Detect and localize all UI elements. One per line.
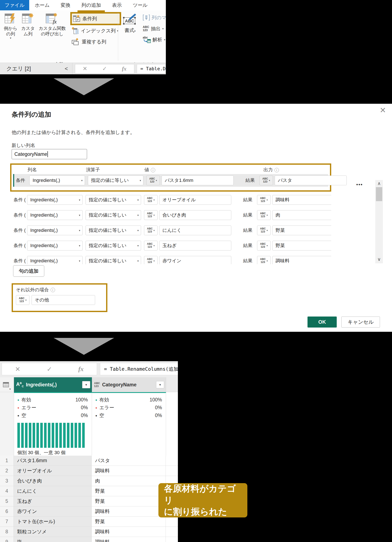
value-input[interactable]: 合いびき肉 bbox=[159, 210, 231, 220]
column-header-ingredients[interactable]: ABC Ingredients(,) ▼ bbox=[14, 377, 92, 392]
conditions-scrollbar[interactable]: ∧ ∨ bbox=[375, 180, 383, 263]
row-number[interactable]: 9 bbox=[0, 537, 14, 542]
formula-input[interactable]: = Table.RenameColumns(追加された条件列, bbox=[100, 363, 178, 375]
category-cell[interactable]: パスタ bbox=[92, 456, 166, 466]
ok-button[interactable]: OK bbox=[307, 316, 337, 328]
value-input[interactable]: オリーブオイル bbox=[159, 195, 231, 205]
output-type-dropdown[interactable]: ABC123▾ bbox=[257, 226, 271, 235]
category-cell[interactable]: 調味料 bbox=[92, 527, 166, 537]
row-number[interactable]: 2 bbox=[0, 466, 14, 476]
value-type-dropdown[interactable]: ABC123▾ bbox=[144, 226, 158, 235]
output-type-dropdown[interactable]: ABC123▾ bbox=[257, 241, 271, 250]
row-number[interactable]: 8 bbox=[0, 527, 14, 537]
output-input[interactable]: 調味料 bbox=[272, 195, 331, 205]
condition-row[interactable]: 条件 (... Ingredients(,)▾ 指定の値に等しい▾ ABC123… bbox=[12, 224, 331, 237]
column-select[interactable]: Ingredients(,)▾ bbox=[27, 256, 83, 264]
value-type-dropdown[interactable]: ABC123▾ bbox=[144, 210, 158, 220]
parse-button[interactable]: abc 解析 ▾ bbox=[142, 34, 166, 45]
row-number[interactable]: 6 bbox=[0, 506, 14, 517]
duplicate-column-button[interactable]: 重複する列 bbox=[70, 36, 121, 47]
tab-home[interactable]: ホーム bbox=[29, 0, 55, 10]
row-number[interactable]: 4 bbox=[0, 486, 14, 496]
add-clause-button[interactable]: 句の追加 bbox=[13, 265, 44, 277]
value-input[interactable]: 玉ねぎ bbox=[159, 241, 231, 250]
scrollbar-thumb[interactable] bbox=[376, 187, 382, 201]
column-select[interactable]: Ingredients(,)▾ bbox=[27, 210, 83, 220]
value-type-dropdown[interactable]: ABC123▾ bbox=[144, 241, 158, 250]
output-type-dropdown[interactable]: ABC123▾ bbox=[257, 210, 271, 220]
operator-select[interactable]: 指定の値に等しい▾ bbox=[86, 195, 141, 205]
ingredient-cell[interactable]: 玉ねぎ bbox=[14, 496, 92, 506]
row-number[interactable]: 7 bbox=[0, 517, 14, 527]
ingredient-cell[interactable]: 赤ワイン bbox=[14, 506, 92, 517]
output-input[interactable]: パスタ bbox=[275, 175, 347, 185]
tab-add-column[interactable]: 列の追加 bbox=[76, 0, 107, 10]
column-select[interactable]: Ingredients(,)▾ bbox=[29, 175, 85, 185]
conditional-column-button[interactable]: ≠ 条件列 bbox=[70, 12, 121, 25]
ingredient-cell[interactable]: にんにく bbox=[14, 486, 92, 496]
tab-tools[interactable]: ツール bbox=[127, 0, 153, 10]
category-cell[interactable]: 調味料 bbox=[92, 466, 166, 476]
column-select[interactable]: Ingredients(,)▾ bbox=[27, 226, 83, 235]
tab-transform[interactable]: 変換 bbox=[55, 0, 76, 10]
formula-input[interactable]: = Table.D bbox=[137, 64, 166, 73]
value-input[interactable]: にんにく bbox=[159, 226, 231, 235]
output-input[interactable]: 野菜 bbox=[272, 241, 331, 250]
else-type-dropdown[interactable]: ABC123▾ bbox=[16, 295, 29, 305]
condition-row[interactable]: 条件 (... Ingredients(,)▾ 指定の値に等しい▾ ABC123… bbox=[12, 239, 331, 252]
check-formula-icon[interactable]: ✓ bbox=[47, 365, 52, 373]
output-input[interactable]: 野菜 bbox=[272, 226, 331, 235]
ingredient-cell[interactable]: オリーブオイル bbox=[14, 466, 92, 476]
ingredient-cell[interactable]: パスタ1.6mm bbox=[14, 456, 92, 466]
output-type-dropdown[interactable]: ABC123▾ bbox=[257, 256, 271, 264]
close-icon[interactable]: ✕ bbox=[380, 106, 386, 115]
condition-row-selected[interactable]: 条件 Ingredients(,)▾ 指定の値に等しい▾ ABC123▾ パスタ… bbox=[13, 174, 328, 187]
output-input[interactable]: 調味料 bbox=[272, 256, 331, 264]
column-select[interactable]: Ingredients(,)▾ bbox=[27, 241, 83, 250]
custom-column-button[interactable]: カスタ ム列 bbox=[20, 12, 36, 37]
value-input[interactable]: パスタ1.6mm bbox=[162, 175, 234, 185]
ingredient-cell[interactable]: トマト缶(ホール) bbox=[14, 517, 92, 527]
output-input[interactable]: 肉 bbox=[272, 210, 331, 220]
fx-icon[interactable]: fx bbox=[78, 365, 84, 373]
row-number[interactable]: 5 bbox=[0, 496, 14, 506]
category-cell[interactable]: 調味料 bbox=[92, 506, 166, 517]
column-header-categoryname[interactable]: ABC123 CategoryName ▼ bbox=[92, 377, 166, 392]
value-input[interactable]: 赤ワイン bbox=[159, 256, 231, 264]
cancel-formula-icon[interactable]: ✕ bbox=[83, 65, 87, 72]
value-type-dropdown[interactable]: ABC123▾ bbox=[144, 195, 158, 205]
check-formula-icon[interactable]: ✓ bbox=[102, 65, 107, 72]
ingredient-cell[interactable]: 合いびき肉 bbox=[14, 476, 92, 486]
output-type-dropdown[interactable]: ABC123▾ bbox=[259, 175, 273, 185]
category-cell[interactable]: 調味料 bbox=[92, 537, 166, 542]
filter-dropdown-icon[interactable]: ▼ bbox=[82, 381, 90, 388]
row-options-icon[interactable]: ••• bbox=[356, 182, 363, 188]
row-number[interactable]: 3 bbox=[0, 476, 14, 486]
cancel-button[interactable]: キャンセル bbox=[341, 316, 380, 328]
category-cell[interactable]: 野菜 bbox=[92, 486, 166, 496]
tab-file[interactable]: ファイル bbox=[0, 0, 29, 10]
column-from-examples-button[interactable]: 例から の列 ▾ bbox=[3, 12, 19, 40]
condition-row[interactable]: 条件 (... Ingredients(,)▾ 指定の値に等しい▾ ABC123… bbox=[12, 255, 331, 264]
category-cell[interactable]: 肉 bbox=[92, 476, 166, 486]
value-type-dropdown[interactable]: ABC123▾ bbox=[144, 256, 158, 264]
cancel-formula-icon[interactable]: ✕ bbox=[15, 365, 20, 373]
ingredient-cell[interactable]: 顆粒コンソメ bbox=[14, 527, 92, 537]
format-button[interactable]: ABC 書式▾ bbox=[120, 13, 140, 33]
operator-select[interactable]: 指定の値に等しい▾ bbox=[86, 241, 141, 250]
select-all-button[interactable]: ▾ bbox=[0, 377, 14, 392]
operator-select[interactable]: 指定の値に等しい▾ bbox=[86, 210, 141, 220]
scroll-down-icon[interactable]: ∨ bbox=[377, 256, 381, 263]
column-select[interactable]: Ingredients(,)▾ bbox=[27, 195, 83, 205]
index-column-button[interactable]: 1 2 3 インデックス列 ▾ bbox=[70, 25, 121, 36]
category-cell[interactable]: 野菜 bbox=[92, 517, 166, 527]
else-value-input[interactable]: その他 bbox=[32, 295, 95, 305]
scroll-up-icon[interactable]: ∧ bbox=[377, 180, 381, 187]
ingredient-cell[interactable]: 塩 bbox=[14, 537, 92, 542]
tab-view[interactable]: 表示 bbox=[107, 0, 127, 10]
value-type-dropdown[interactable]: ABC123▾ bbox=[146, 175, 160, 185]
row-number[interactable]: 1 bbox=[0, 456, 14, 466]
category-cell[interactable]: 野菜 bbox=[92, 496, 166, 506]
collapse-pane-icon[interactable]: < bbox=[65, 65, 68, 72]
invoke-custom-function-button[interactable]: fx カスタム関数 の呼び出し bbox=[37, 12, 67, 37]
